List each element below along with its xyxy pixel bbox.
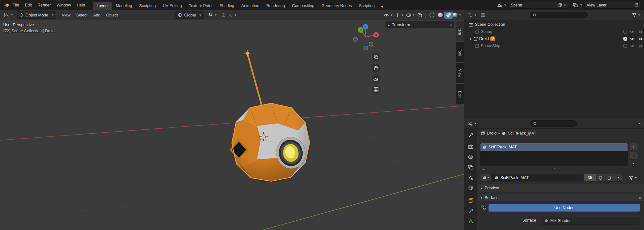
list-resize-grip[interactable]: :::: <box>554 167 559 171</box>
navigation-gizmo[interactable]: Z X Y <box>351 23 380 52</box>
menu-edit[interactable]: Edit <box>22 2 35 9</box>
camera-view-button[interactable] <box>372 75 381 84</box>
scene-browse-button[interactable] <box>496 3 507 7</box>
tab-world[interactable] <box>464 183 477 192</box>
menu-render[interactable]: Render <box>35 2 54 9</box>
toggle-ortho-button[interactable] <box>372 85 381 94</box>
collection-name[interactable]: Scene Collection <box>475 22 505 27</box>
menu-window[interactable]: Window <box>54 2 74 9</box>
mesh-data-icon[interactable] <box>490 36 495 41</box>
browse-material-button[interactable] <box>480 174 492 182</box>
sidebar-tab-tool[interactable]: Tool <box>456 42 464 62</box>
hide-eye-icon[interactable] <box>630 37 635 41</box>
properties-search-input[interactable] <box>539 121 574 126</box>
tab-modifiers[interactable] <box>464 206 477 215</box>
users-count-button[interactable]: 35 <box>584 174 596 182</box>
menu-view[interactable]: View <box>59 12 73 19</box>
render-camera-icon[interactable] <box>638 37 642 41</box>
material-slot-list[interactable]: SciFiPack_MAT <box>480 143 628 166</box>
outliner-row-spaceship[interactable]: SpaceShip <box>464 42 644 49</box>
panel-menu-grip-icon[interactable]: ≡ <box>639 195 641 200</box>
shading-wireframe-button[interactable] <box>428 12 436 19</box>
show-gizmo-toggle[interactable] <box>394 11 405 19</box>
object-name[interactable]: SpaceShip <box>481 44 500 48</box>
add-workspace-button[interactable]: + <box>378 3 386 10</box>
workspace-tab-sculpting[interactable]: Sculpting <box>136 2 159 10</box>
selectability-checkbox[interactable]: ✓ <box>623 37 627 41</box>
axis-neg-y-ball[interactable] <box>369 42 373 46</box>
new-scene-icon[interactable] <box>558 3 562 7</box>
workspace-tab-rendering[interactable]: Rendering <box>263 2 289 10</box>
tab-object[interactable] <box>464 196 477 205</box>
workspace-tab-shading[interactable]: Shading <box>216 2 238 10</box>
axis-neg-x-ball[interactable] <box>354 37 358 42</box>
list-expand-icon[interactable]: ▶ <box>483 168 485 171</box>
chevron-down-icon[interactable] <box>639 123 641 124</box>
tab-render[interactable] <box>464 142 477 151</box>
render-camera-icon[interactable] <box>638 30 642 34</box>
workspace-tab-compositing[interactable]: Compositing <box>289 2 318 10</box>
sidebar-tab-item[interactable]: Item <box>456 21 464 41</box>
use-nodes-button[interactable]: Use Nodes <box>488 204 640 212</box>
fake-user-button[interactable] <box>596 174 605 182</box>
expand-arrow-icon[interactable]: ▶ <box>470 37 472 40</box>
hide-eye-icon[interactable] <box>630 44 635 48</box>
workspace-tab-scripting[interactable]: Scripting <box>355 2 378 10</box>
axis-neg-z-ball[interactable] <box>364 46 368 50</box>
sidebar-tab-edit[interactable]: Edit <box>456 84 464 104</box>
surface-panel-header[interactable]: ▾ Surface ≡ <box>478 194 644 202</box>
menu-select[interactable]: Select <box>73 12 90 19</box>
outliner-editor-type-button[interactable] <box>467 11 478 19</box>
new-view-layer-icon[interactable] <box>634 3 639 7</box>
material-slot-selected[interactable]: SciFiPack_MAT <box>480 143 628 151</box>
remove-slot-button[interactable]: − <box>630 152 638 160</box>
outliner-display-mode-button[interactable] <box>479 11 487 19</box>
tab-output[interactable] <box>464 152 477 161</box>
new-material-button[interactable] <box>605 174 614 182</box>
blender-logo-icon[interactable] <box>3 3 10 8</box>
slot-specials-button[interactable] <box>630 161 638 166</box>
outliner-search-field[interactable] <box>530 12 588 18</box>
mode-selector[interactable]: Object Mode <box>17 11 56 19</box>
scene-name-field[interactable]: × <box>508 2 568 9</box>
menu-object[interactable]: Object <box>103 12 121 19</box>
panel-menu-grip-icon[interactable]: ≡ <box>450 23 451 27</box>
zoom-button[interactable] <box>372 53 381 62</box>
outliner-search-input[interactable] <box>538 13 585 17</box>
view-layer-browse-button[interactable] <box>572 3 583 7</box>
workspace-tab-animation[interactable]: Animation <box>238 2 263 10</box>
menu-file[interactable]: File <box>10 2 22 9</box>
viewport-3d[interactable]: User Perspective (72) Scene Collection |… <box>0 20 464 230</box>
xray-toggle[interactable] <box>416 11 423 19</box>
workspace-tab-uv-editing[interactable]: UV Editing <box>159 2 185 10</box>
tab-tool[interactable] <box>464 131 477 140</box>
shading-rendered-button[interactable] <box>453 12 461 19</box>
proportional-editing-toggle[interactable] <box>220 11 227 19</box>
overlays-toggle[interactable] <box>405 11 416 19</box>
surface-shader-dropdown[interactable]: Mix Shader <box>541 217 640 225</box>
selectability-checkbox[interactable] <box>623 44 627 48</box>
tab-scene[interactable] <box>464 173 477 182</box>
shading-material-preview-button[interactable] <box>444 12 453 19</box>
object-name[interactable]: Scene <box>481 29 492 34</box>
material-filter-button[interactable] <box>628 174 638 182</box>
shading-solid-button[interactable] <box>436 12 444 19</box>
snap-toggle[interactable] <box>207 11 218 19</box>
delete-scene-icon[interactable]: × <box>564 3 566 7</box>
object-visibility-selector[interactable] <box>383 11 394 19</box>
properties-editor-type-button[interactable] <box>467 120 478 127</box>
scene-name-input[interactable] <box>511 3 556 7</box>
material-name-input[interactable] <box>500 175 581 180</box>
view-layer-name-input[interactable] <box>587 3 633 7</box>
outliner-row-scene[interactable]: Scene <box>464 28 644 35</box>
menu-add[interactable]: Add <box>90 12 103 19</box>
render-camera-icon[interactable] <box>638 44 642 48</box>
unlink-material-button[interactable]: × <box>614 174 623 182</box>
proportional-falloff-selector[interactable] <box>227 11 238 19</box>
outliner-row-droid[interactable]: ▶ Droid ✓ <box>464 35 644 42</box>
material-name-field[interactable] <box>492 174 584 182</box>
selectability-checkbox[interactable] <box>623 30 627 34</box>
workspace-tab-texture-paint[interactable]: Texture Paint <box>185 2 216 10</box>
tab-view-layer[interactable] <box>464 163 477 172</box>
editor-type-button[interactable] <box>3 11 14 19</box>
